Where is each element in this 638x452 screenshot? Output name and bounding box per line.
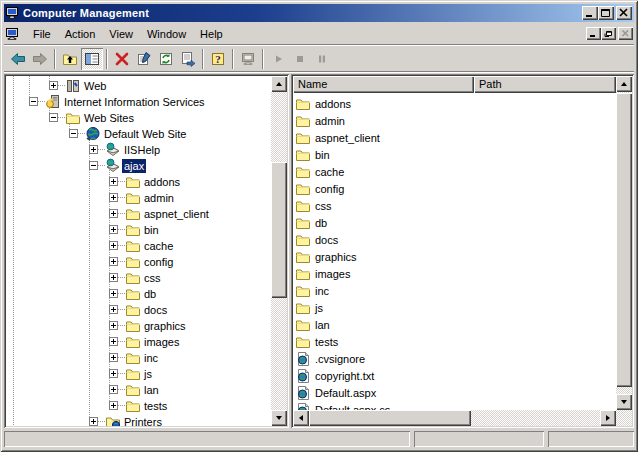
list-item-label[interactable]: tests (315, 336, 338, 348)
expand-plus-box[interactable] (109, 241, 118, 250)
tree-node-label[interactable]: css (142, 271, 163, 285)
menu-action[interactable]: Action (58, 25, 103, 43)
list-item-default-aspx-cs[interactable]: Default.aspx.cs (293, 401, 616, 410)
tree-node-label[interactable]: addons (142, 175, 182, 189)
list-item-inc[interactable]: inc (293, 282, 616, 299)
list-item-label[interactable]: images (315, 268, 350, 280)
tree-node-label[interactable]: images (142, 335, 181, 349)
tree-node-label[interactable]: tests (142, 399, 169, 413)
tree-node-db[interactable]: db (6, 286, 271, 302)
list-item-label[interactable]: addons (315, 98, 351, 110)
list-item-label[interactable]: admin (315, 115, 345, 127)
list-item-label[interactable]: Default.aspx (315, 387, 376, 399)
tree-node-aspnet-client[interactable]: aspnet_client (6, 206, 271, 222)
list-item-label[interactable]: docs (315, 234, 338, 246)
expand-plus-box[interactable] (109, 321, 118, 330)
back-button[interactable] (7, 48, 29, 70)
forward-button[interactable] (29, 48, 51, 70)
close-button[interactable] (616, 6, 632, 20)
menu-view[interactable]: View (102, 25, 140, 43)
tree-node-label[interactable]: lan (142, 383, 161, 397)
mdi-minimize-button[interactable] (586, 27, 601, 40)
refresh-button[interactable] (155, 48, 177, 70)
tree-node-ajax[interactable]: ajax (6, 158, 271, 174)
tree-node-label[interactable]: aspnet_client (142, 207, 211, 221)
scrollbar-thumb[interactable] (271, 162, 287, 298)
tree-node-label[interactable]: Printers (122, 415, 164, 426)
pause-button[interactable] (311, 48, 333, 70)
tree-node-images[interactable]: images (6, 334, 271, 350)
tree-node-label[interactable]: Web (82, 79, 108, 93)
tree-node-label[interactable]: config (142, 255, 175, 269)
list-item-label[interactable]: cache (315, 166, 344, 178)
expand-plus-box[interactable] (89, 417, 98, 426)
scroll-right-button[interactable] (600, 410, 616, 426)
expand-plus-box[interactable] (109, 385, 118, 394)
tree-node-default-web-site[interactable]: Default Web Site (6, 126, 271, 142)
expand-plus-box[interactable] (109, 273, 118, 282)
column-header-path[interactable]: Path (474, 76, 616, 93)
list-item-css[interactable]: css (293, 197, 616, 214)
tree-node-label[interactable]: docs (142, 303, 169, 317)
connect-computer-button[interactable] (237, 48, 259, 70)
tree-node-label[interactable]: js (142, 367, 154, 381)
list-item-js[interactable]: js (293, 299, 616, 316)
tree-node-label[interactable]: db (142, 287, 158, 301)
list-item-label[interactable]: bin (315, 149, 330, 161)
menu-help[interactable]: Help (193, 25, 230, 43)
list-item-label[interactable]: graphics (315, 251, 357, 263)
maximize-button[interactable] (598, 6, 614, 20)
tree-node-lan[interactable]: lan (6, 382, 271, 398)
list-item-label[interactable]: db (315, 217, 327, 229)
list-vertical-scrollbar[interactable] (616, 76, 632, 410)
title-bar[interactable]: Computer Management (4, 4, 634, 22)
list-item-label[interactable]: lan (315, 319, 330, 331)
collapse-minus-box[interactable] (89, 161, 98, 170)
tree-node-addons[interactable]: addons (6, 174, 271, 190)
list-item-graphics[interactable]: graphics (293, 248, 616, 265)
export-list-button[interactable] (177, 48, 199, 70)
properties-button[interactable] (133, 48, 155, 70)
tree-node-label[interactable]: cache (142, 239, 175, 253)
list-item-db[interactable]: db (293, 214, 616, 231)
list-item-images[interactable]: images (293, 265, 616, 282)
expand-plus-box[interactable] (109, 225, 118, 234)
list-item-bin[interactable]: bin (293, 146, 616, 163)
tree-node-config[interactable]: config (6, 254, 271, 270)
expand-plus-box[interactable] (109, 353, 118, 362)
list-item-label[interactable]: .cvsignore (315, 353, 365, 365)
tree-node-tests[interactable]: tests (6, 398, 271, 414)
tree-node-label[interactable]: Default Web Site (102, 127, 188, 141)
tree-node-graphics[interactable]: graphics (6, 318, 271, 334)
list-item-label[interactable]: copyright.txt (315, 370, 374, 382)
console-window-icon[interactable] (6, 27, 20, 41)
expand-plus-box[interactable] (89, 145, 98, 154)
scrollbar-thumb[interactable] (616, 93, 632, 387)
expand-plus-box[interactable] (109, 193, 118, 202)
mdi-close-button[interactable] (618, 27, 633, 40)
scroll-up-button[interactable] (616, 76, 632, 92)
list-item--cvsignore[interactable]: .cvsignore (293, 350, 616, 367)
expand-plus-box[interactable] (109, 209, 118, 218)
list-item-label[interactable]: aspnet_client (315, 132, 380, 144)
tree-vertical-scrollbar[interactable] (271, 76, 287, 426)
tree-node-web-sites[interactable]: Web Sites (6, 110, 271, 126)
expand-plus-box[interactable] (109, 305, 118, 314)
scroll-up-button[interactable] (271, 76, 287, 92)
tree-node-web[interactable]: Web (6, 78, 271, 94)
column-header-name[interactable]: Name (293, 76, 474, 93)
expand-plus-box[interactable] (49, 81, 58, 90)
collapse-minus-box[interactable] (29, 97, 38, 106)
up-one-level-button[interactable] (59, 48, 81, 70)
list-item-config[interactable]: config (293, 180, 616, 197)
tree-node-label[interactable]: graphics (142, 319, 188, 333)
list-item-addons[interactable]: addons (293, 95, 616, 112)
collapse-minus-box[interactable] (69, 129, 78, 138)
list-item-label[interactable]: js (315, 302, 323, 314)
expand-plus-box[interactable] (109, 289, 118, 298)
tree-node-bin[interactable]: bin (6, 222, 271, 238)
list-horizontal-scrollbar[interactable] (293, 410, 616, 426)
tree-node-internet-information-services[interactable]: Internet Information Services (6, 94, 271, 110)
list-item-label[interactable]: css (315, 200, 332, 212)
tree-node-cache[interactable]: cache (6, 238, 271, 254)
